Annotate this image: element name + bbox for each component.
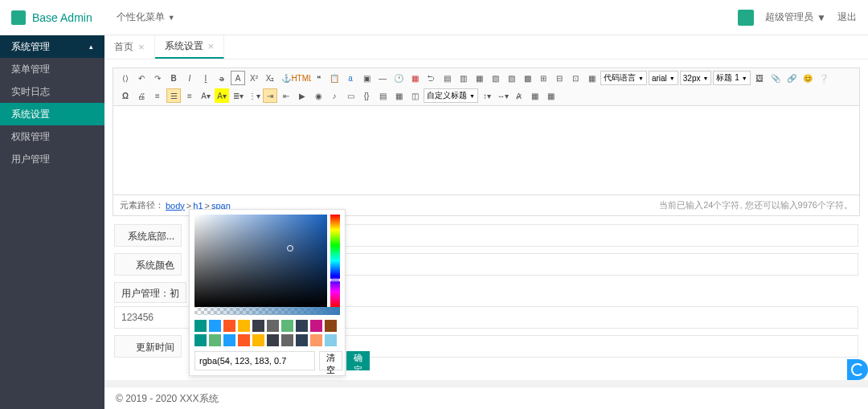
feedback-fab[interactable] [847, 359, 868, 380]
indent-icon[interactable]: ⇥ [263, 88, 277, 103]
pasteplain-icon[interactable]: 📋 [327, 71, 342, 85]
sv-panel[interactable] [194, 215, 327, 307]
swatch[interactable] [223, 334, 235, 346]
hue-slider[interactable] [330, 215, 340, 307]
swatch[interactable] [194, 320, 207, 332]
close-icon[interactable]: × [138, 41, 145, 53]
bg-icon[interactable]: ◫ [407, 88, 422, 103]
chart-icon[interactable]: ▦ [544, 88, 559, 103]
swatch[interactable] [296, 334, 308, 346]
superscript-icon[interactable]: X² [247, 71, 261, 85]
swatch[interactable] [238, 320, 250, 332]
bold-icon[interactable]: B [166, 71, 181, 85]
delrow-icon[interactable]: ▨ [504, 71, 518, 85]
symbol-icon[interactable]: Ω [118, 88, 133, 103]
path-body[interactable]: body [166, 201, 185, 211]
frame-icon[interactable]: ▭ [343, 88, 358, 103]
personalize-menu[interactable]: 个性化菜单 ▼ [117, 10, 175, 24]
clearformat-icon[interactable]: A̷ [512, 88, 526, 103]
music-icon[interactable]: ♪ [327, 88, 342, 103]
time-icon[interactable]: 🕐 [391, 71, 406, 85]
swatch[interactable] [325, 320, 337, 332]
align-center-icon[interactable]: ☰ [166, 88, 181, 103]
letterspacing-icon[interactable]: ↔▾ [496, 88, 510, 103]
page-icon[interactable]: ▦ [391, 88, 406, 103]
swatch[interactable] [238, 334, 250, 346]
underline-icon[interactable]: I [199, 71, 213, 85]
close-icon[interactable]: × [208, 40, 215, 52]
swatch[interactable] [281, 320, 293, 332]
swatch[interactable] [223, 320, 235, 332]
color-value-input[interactable] [194, 351, 315, 370]
sidebar-header-system[interactable]: 系统管理 ▴ [0, 35, 104, 58]
editor-body[interactable] [113, 106, 859, 194]
sidebar-item-settings[interactable]: 系统设置 [0, 103, 104, 125]
outdent-icon[interactable]: ⇤ [279, 88, 293, 103]
backcolor-icon[interactable]: A▾ [215, 88, 229, 103]
insertrow-icon[interactable]: ▤ [440, 71, 454, 85]
align-right-icon[interactable]: ≡ [182, 88, 197, 103]
insertcol-icon[interactable]: ▥ [456, 71, 470, 85]
swatch[interactable] [310, 320, 322, 332]
redo-icon[interactable]: ↷ [150, 71, 165, 85]
selectall-icon[interactable]: ▣ [359, 71, 374, 85]
splitcol-icon[interactable]: ⊡ [568, 71, 583, 85]
help-icon[interactable]: ❔ [817, 71, 831, 85]
strikethrough-icon[interactable]: a̶ [215, 71, 229, 85]
map-icon[interactable]: ◉ [311, 88, 326, 103]
swatch[interactable] [325, 334, 337, 346]
sidebar-item-log[interactable]: 实时日志 [0, 80, 104, 103]
date-icon[interactable]: ▦ [407, 71, 422, 85]
swatch[interactable] [252, 334, 264, 346]
swatch[interactable] [209, 334, 221, 346]
font-select[interactable]: arial▼ [649, 71, 678, 85]
fontsize-select[interactable]: 32px▼ [680, 71, 712, 85]
ol-icon[interactable]: ≣▾ [231, 88, 245, 103]
swatch[interactable] [310, 334, 322, 346]
quote-icon[interactable]: ❝ [311, 71, 326, 85]
tab-settings[interactable]: 系统设置× [155, 35, 225, 59]
ok-button[interactable]: 确定 [346, 351, 370, 370]
swatch[interactable] [296, 320, 308, 332]
sidebar-item-permission[interactable]: 权限管理 [0, 125, 104, 148]
word-icon[interactable]: a [343, 71, 358, 85]
sidebar-item-menu[interactable]: 菜单管理 [0, 58, 104, 80]
deltable-icon[interactable]: ▦ [584, 71, 599, 85]
forecolor-icon[interactable]: A▾ [199, 88, 213, 103]
unlink-icon[interactable]: ⮌ [424, 71, 438, 85]
swatch[interactable] [194, 334, 207, 346]
heading-select[interactable]: 标题 1▼ [713, 71, 750, 85]
user-dropdown[interactable]: 超级管理员 ▼ [765, 10, 826, 24]
italic-icon[interactable]: I [182, 71, 197, 85]
sidebar-item-user[interactable]: 用户管理 [0, 148, 104, 170]
mergedown-icon[interactable]: ▧ [488, 71, 502, 85]
link-icon[interactable]: 🔗 [784, 71, 799, 85]
swatch[interactable] [252, 320, 264, 332]
html-icon[interactable]: HTML [295, 71, 309, 85]
undo-icon[interactable]: ↶ [134, 71, 149, 85]
customheading-select[interactable]: 自定义标题▼ [424, 88, 478, 103]
mergeright-icon[interactable]: ▦ [472, 71, 486, 85]
hue-cursor[interactable] [330, 279, 340, 281]
template-icon[interactable]: ▤ [375, 88, 390, 103]
video-icon[interactable]: ▶ [295, 88, 309, 103]
source-icon[interactable]: ⟨⟩ [118, 71, 133, 85]
alpha-slider[interactable] [194, 307, 340, 315]
swatch[interactable] [281, 334, 293, 346]
swatch[interactable] [267, 334, 279, 346]
code-icon[interactable]: {} [359, 88, 374, 103]
table-icon[interactable]: ▦ [528, 88, 542, 103]
spacing-icon[interactable]: ↕▾ [480, 88, 494, 103]
print-icon[interactable]: 🖨 [134, 88, 149, 103]
sv-cursor[interactable] [287, 245, 293, 252]
splitrow-icon[interactable]: ⊟ [552, 71, 567, 85]
hr-icon[interactable]: — [375, 71, 390, 85]
clear-button[interactable]: 清空 [319, 351, 342, 370]
swatch[interactable] [209, 320, 221, 332]
tab-home[interactable]: 首页× [104, 35, 155, 59]
codelang-select[interactable]: 代码语言▼ [600, 71, 647, 85]
fontborder-icon[interactable]: A [231, 71, 245, 85]
ul-icon[interactable]: ⋮▾ [247, 88, 261, 103]
subscript-icon[interactable]: X₂ [263, 71, 277, 85]
swatch[interactable] [267, 320, 279, 332]
